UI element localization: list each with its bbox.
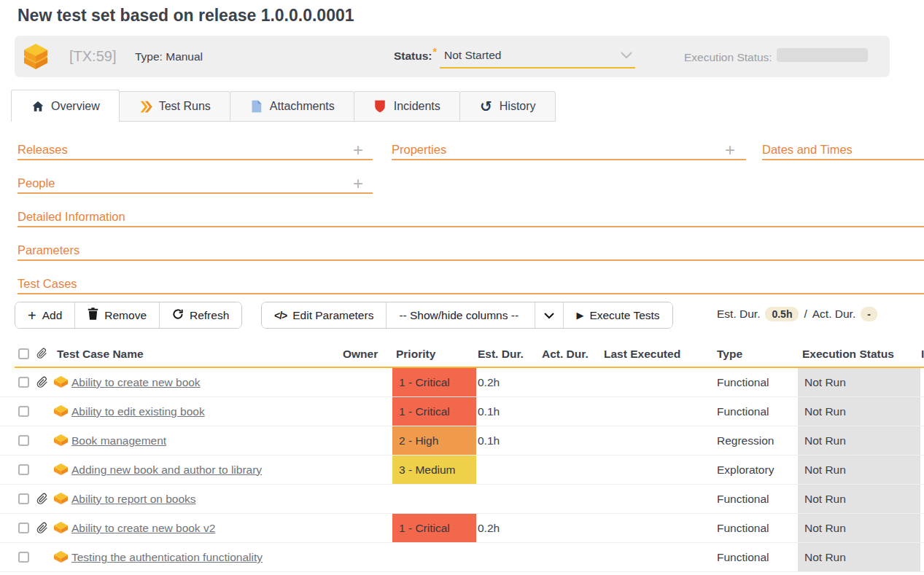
file-icon: [249, 100, 263, 114]
chevron-down-icon: [544, 309, 554, 322]
section-underline: [18, 192, 373, 194]
execution-status-cell: Not Run: [798, 485, 920, 513]
section-detailed-information[interactable]: Detailed Information: [18, 210, 125, 224]
test-case-box-icon: [53, 493, 69, 509]
double-chevrons-icon: [139, 100, 152, 114]
refresh-label: Refresh: [190, 309, 229, 322]
type-cell: Functional: [717, 514, 769, 542]
est-dur-cell: 0.1h: [478, 426, 500, 455]
section-dates-and-times[interactable]: Dates and Times: [762, 143, 853, 157]
est-dur-cell: 0.1h: [478, 397, 500, 426]
test-case-link[interactable]: Ability to create new book: [71, 368, 201, 396]
duration-separator: /: [804, 308, 807, 321]
test-case-table-header: Test Case Name Owner Priority Est. Dur. …: [0, 341, 924, 368]
test-case-link[interactable]: Testing the authentication functionality: [71, 543, 263, 571]
type-label: Type: Manual: [135, 50, 203, 63]
priority-cell: [392, 485, 476, 513]
col-est-dur[interactable]: Est. Dur.: [478, 348, 524, 361]
plus-icon[interactable]: +: [725, 143, 735, 157]
test-case-box-icon: [53, 405, 69, 421]
col-type[interactable]: Type: [717, 348, 742, 361]
test-case-box-icon: [53, 434, 69, 450]
add-button[interactable]: + Add: [15, 302, 74, 328]
priority-cell: 1 - Critical: [392, 368, 476, 396]
est-dur-badge: 0.5h: [765, 307, 799, 321]
section-underline: [18, 226, 924, 227]
chevron-down-icon: [621, 52, 632, 59]
test-case-link[interactable]: Adding new book and author to library: [71, 455, 262, 484]
execution-status-cell: Not Run: [798, 514, 920, 542]
tab-overview[interactable]: Overview: [11, 90, 120, 122]
refresh-icon: [172, 308, 184, 323]
execute-tests-button[interactable]: ▶ Execute Tests: [563, 302, 672, 328]
test-case-link[interactable]: Ability to report on books: [71, 485, 196, 513]
type-cell: Exploratory: [717, 455, 774, 484]
row-checkbox[interactable]: [18, 377, 29, 388]
test-set-stacked-boxes-icon: [22, 43, 50, 71]
type-cell: Regression: [717, 426, 774, 455]
test-case-link[interactable]: Book management: [71, 426, 166, 455]
status-dropdown[interactable]: Not Started: [440, 45, 635, 69]
row-checkbox[interactable]: [18, 435, 29, 446]
section-releases[interactable]: Releases: [18, 143, 68, 157]
row-checkbox[interactable]: [18, 552, 29, 563]
tab-test-runs[interactable]: Test Runs: [119, 91, 230, 122]
row-checkbox[interactable]: [18, 406, 29, 417]
edit-parameters-button[interactable]: </> Edit Parameters: [262, 302, 386, 328]
priority-cell: 1 - Critical: [392, 514, 476, 542]
execution-status-progress-bar: [777, 48, 868, 62]
priority-cell: [392, 543, 476, 571]
refresh-button[interactable]: Refresh: [159, 302, 241, 328]
table-row: Testing the authentication functionality…: [0, 543, 924, 572]
tab-label: Attachments: [270, 100, 335, 113]
col-clipped: I: [921, 348, 924, 361]
plus-icon[interactable]: +: [353, 176, 363, 191]
est-dur-cell: 0.2h: [478, 514, 500, 542]
select-all-checkbox[interactable]: [18, 348, 29, 359]
priority-cell: 1 - Critical: [392, 397, 476, 426]
section-test-cases[interactable]: Test Cases: [18, 277, 77, 291]
section-underline: [18, 159, 373, 160]
edit-parameters-label: Edit Parameters: [292, 309, 373, 322]
tab-attachments[interactable]: Attachments: [230, 91, 354, 122]
section-properties[interactable]: Properties: [392, 143, 446, 157]
row-checkbox[interactable]: [18, 493, 29, 504]
type-cell: Functional: [717, 397, 769, 426]
columns-dropdown-chevron-button[interactable]: [535, 302, 563, 328]
test-case-link[interactable]: Ability to create new book v2: [71, 514, 215, 542]
test-case-link[interactable]: Ability to edit existing book: [71, 397, 205, 426]
col-priority[interactable]: Priority: [396, 348, 435, 361]
table-row: Adding new book and author to library 3 …: [0, 455, 924, 485]
row-checkbox[interactable]: [18, 523, 29, 533]
execution-status-cell: Not Run: [798, 368, 920, 396]
execute-tests-label: Execute Tests: [589, 309, 659, 322]
col-test-case-name[interactable]: Test Case Name: [57, 348, 144, 361]
table-row: Ability to create new book v2 1 - Critic…: [0, 514, 924, 543]
section-people[interactable]: People: [18, 176, 55, 190]
section-parameters[interactable]: Parameters: [18, 243, 79, 257]
show-hide-columns-dropdown[interactable]: -- Show/hide columns --: [386, 302, 535, 328]
tab-incidents[interactable]: Incidents: [354, 91, 460, 122]
col-last-executed[interactable]: Last Executed: [604, 348, 680, 361]
trash-icon: [88, 308, 98, 323]
test-case-box-icon: [53, 376, 69, 392]
tab-label: Overview: [51, 100, 100, 113]
tab-history[interactable]: ↺ History: [459, 91, 556, 122]
execution-status-cell: Not Run: [798, 397, 920, 426]
act-dur-badge: -: [861, 307, 877, 321]
col-act-dur[interactable]: Act. Dur.: [542, 348, 589, 361]
status-field: Status: * Not Started: [394, 45, 635, 69]
col-owner[interactable]: Owner: [343, 348, 378, 361]
add-label: Add: [42, 309, 63, 322]
table-row: Ability to create new book 1 - Critical …: [0, 368, 924, 397]
col-execution-status[interactable]: Execution Status: [802, 348, 894, 361]
execution-status-cell: Not Run: [798, 543, 920, 571]
row-checkbox[interactable]: [18, 464, 29, 475]
remove-button[interactable]: Remove: [74, 302, 159, 328]
execution-status-cell: Not Run: [798, 455, 920, 484]
section-underline: [18, 293, 924, 294]
test-case-box-icon: [53, 463, 69, 480]
section-underline: [392, 159, 746, 160]
home-icon: [31, 99, 44, 113]
plus-icon[interactable]: +: [353, 143, 363, 157]
